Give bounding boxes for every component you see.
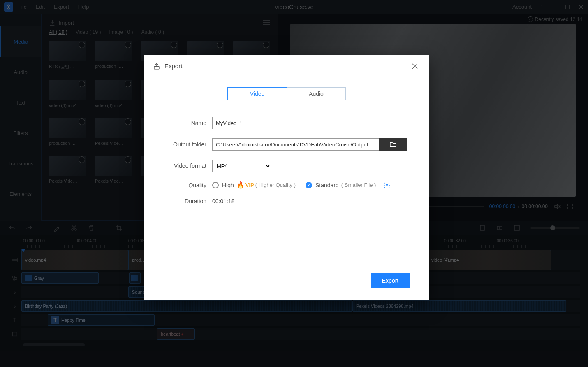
- output-folder-label: Output folder: [166, 141, 206, 148]
- close-dialog-button[interactable]: [410, 61, 420, 72]
- quality-high-hint: ( Higher Quality ): [255, 182, 296, 188]
- quality-standard-radio[interactable]: [306, 182, 312, 188]
- quality-settings-button[interactable]: [383, 181, 391, 189]
- duration-label: Duration: [166, 198, 206, 204]
- quality-high-label: High: [222, 182, 234, 188]
- quality-label: Quality: [166, 182, 206, 188]
- vip-badge: 🔥VIP: [236, 181, 254, 189]
- video-format-label: Video format: [166, 163, 206, 169]
- name-label: Name: [166, 120, 206, 126]
- gear-icon: [383, 181, 391, 189]
- svg-point-22: [386, 184, 388, 186]
- svg-rect-19: [154, 66, 159, 69]
- video-format-select[interactable]: MP4: [212, 160, 271, 172]
- export-button[interactable]: Export: [371, 273, 410, 288]
- export-dialog: Export Video Audio Name Output folder Vi…: [144, 55, 429, 300]
- folder-icon: [389, 142, 397, 147]
- export-tab-video[interactable]: Video: [227, 87, 287, 100]
- export-tab-audio[interactable]: Audio: [287, 87, 346, 100]
- flame-icon: 🔥: [236, 181, 245, 189]
- quality-standard-hint: ( Smaller File ): [341, 182, 376, 188]
- quality-standard-label: Standard: [315, 182, 339, 188]
- export-icon: [153, 63, 160, 70]
- output-folder-input[interactable]: [212, 138, 379, 151]
- name-input[interactable]: [212, 117, 407, 129]
- duration-value: 00:01:18: [212, 198, 235, 204]
- browse-folder-button[interactable]: [379, 138, 407, 151]
- quality-high-radio[interactable]: [212, 182, 219, 188]
- dialog-title: Export: [164, 63, 182, 70]
